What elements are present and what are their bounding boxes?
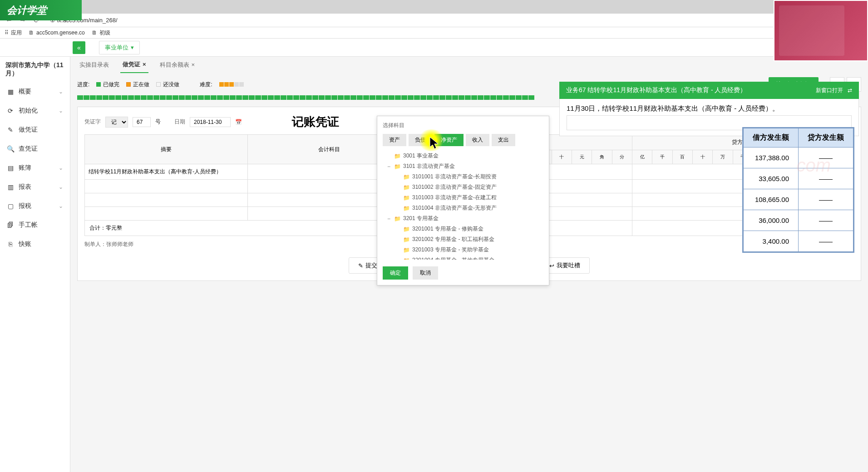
new-window-button[interactable]: 新窗口打开 xyxy=(816,87,843,94)
swap-icon[interactable]: ⇄ xyxy=(848,87,852,93)
chevron-down-icon: ▾ xyxy=(131,44,134,51)
tax-icon: ▢ xyxy=(7,202,14,210)
tab-strip: 实操目录表 做凭证 × 科目余额表 × xyxy=(70,57,868,73)
account-tree[interactable]: 📁3001 事业基金−📁3101 非流动资产基金📁3101001 非流动资产基金… xyxy=(383,151,543,260)
tree-node[interactable]: −📁3101 非流动资产基金 xyxy=(383,161,543,172)
sidebar-item-manual[interactable]: 🗐手工帐 xyxy=(0,216,70,235)
bookmark-item[interactable]: 🗎 acc5com.gensee.co xyxy=(29,30,85,36)
picker-title: 选择科目 xyxy=(383,122,543,129)
tab-catalog[interactable]: 实操目录表 xyxy=(77,57,111,73)
tree-node[interactable]: 📁3101001 非流动资产基金-长期投资 xyxy=(383,172,543,182)
picker-tab-asset[interactable]: 资产 xyxy=(383,134,406,146)
grid-icon: ▦ xyxy=(7,88,14,95)
date-input[interactable] xyxy=(190,117,231,127)
tree-node[interactable]: 📁3201001 专用基金 - 修购基金 xyxy=(383,224,543,234)
chevron-down-icon: ⌄ xyxy=(59,184,63,190)
task-header: 业务67 结转学校11月财政补助基本支出（高中教育 - 人员经费） 新窗口打开 … xyxy=(559,82,859,99)
chevron-down-icon: ⌄ xyxy=(59,108,63,114)
book-icon: ▤ xyxy=(7,164,14,172)
table-row: 3,400.00—— xyxy=(744,231,853,252)
close-icon[interactable]: × xyxy=(192,61,195,68)
browser-tab-bar: × xyxy=(0,0,868,14)
cancel-button[interactable]: 取消 xyxy=(413,266,438,280)
tree-node[interactable]: 📁3201002 专用基金 - 职工福利基金 xyxy=(383,234,543,245)
voucher-num-suffix: 号 xyxy=(155,118,161,126)
app-header: « 事业单位 ▾ 张师师老师 (SVIP会员 xyxy=(0,39,868,57)
pencil-icon: ✎ xyxy=(7,126,14,133)
bookmark-item[interactable]: 🗎 初级 xyxy=(92,29,110,37)
calendar-icon[interactable]: 📅 xyxy=(235,119,242,125)
col-summary: 摘要 xyxy=(85,135,248,164)
sidebar-item-tax[interactable]: ▢报税⌄ xyxy=(0,197,70,216)
sidebar-item-quick[interactable]: ⎘快账 xyxy=(0,235,70,254)
copy-icon: 🗐 xyxy=(7,221,14,229)
report-icon: ▥ xyxy=(7,183,14,191)
chevron-down-icon: ⌄ xyxy=(59,165,63,171)
sidebar-item-query[interactable]: 🔍查凭证 xyxy=(0,139,70,158)
collapse-sidebar-button[interactable]: « xyxy=(73,41,85,54)
difficulty-rating xyxy=(219,82,244,87)
voucher-type-label: 凭证字 xyxy=(84,118,101,126)
sidebar-item-voucher[interactable]: ✎做凭证 xyxy=(0,120,70,139)
picker-tab-liability[interactable]: 负债 xyxy=(409,134,432,146)
tab-balance[interactable]: 科目余额表 × xyxy=(158,57,197,73)
voucher-type-select[interactable]: 记 xyxy=(105,117,128,128)
close-icon[interactable]: × xyxy=(143,61,146,68)
table-row: 36,000.00—— xyxy=(744,210,853,231)
tree-node[interactable]: 📁3201003 专用基金 - 奖助学基金 xyxy=(383,245,543,255)
refresh-icon: ⟳ xyxy=(7,107,14,114)
date-label: 日期 xyxy=(174,118,185,126)
table-row: 108,665.00—— xyxy=(744,189,853,210)
voucher-title: 记账凭证 xyxy=(292,114,339,130)
sidebar-item-overview[interactable]: ▦概要⌄ xyxy=(0,82,70,101)
picker-tab-revenue[interactable]: 收入 xyxy=(466,134,489,146)
chevron-down-icon: ⌄ xyxy=(59,203,63,209)
apps-icon[interactable]: ⠿ 应用 xyxy=(5,29,22,37)
sidebar-item-init[interactable]: ⟳初始化⌄ xyxy=(0,101,70,120)
tree-node[interactable]: 📁3201004 专用基金 - 其他专用基金 xyxy=(383,255,543,260)
voucher-number-input[interactable] xyxy=(133,117,151,127)
brand-logo: 会计学堂 xyxy=(0,0,82,20)
picker-tab-expense[interactable]: 支出 xyxy=(492,134,515,146)
reference-table: com 借方发生额 贷方发生额 137,388.00——33,605.00——1… xyxy=(742,127,854,253)
sidebar-item-report[interactable]: ▥报表⌄ xyxy=(0,177,70,197)
tab-voucher[interactable]: 做凭证 × xyxy=(120,57,148,73)
sidebar: 深圳市第九中学（11月） ▦概要⌄ ⟳初始化⌄ ✎做凭证 🔍查凭证 ▤账簿⌄ ▥… xyxy=(0,57,70,472)
presenter-video xyxy=(774,0,868,61)
ok-button[interactable]: 确定 xyxy=(383,266,408,280)
tree-node[interactable]: −📁3201 专用基金 xyxy=(383,213,543,224)
col-header: 贷方发生额 xyxy=(799,128,853,148)
org-selector[interactable]: 事业单位 ▾ xyxy=(99,41,140,54)
picker-tab-equity[interactable]: 净资产 xyxy=(434,134,464,146)
picker-tabs: 资产 负债 净资产 收入 支出 xyxy=(383,134,543,146)
sidebar-item-ledger[interactable]: ▤账簿⌄ xyxy=(0,158,70,177)
watermark: com xyxy=(796,155,831,176)
browser-nav-bar: ← → ⟳ ① lx.acc5.com/main_268/ ☆ xyxy=(0,14,868,27)
tree-node[interactable]: 📁3101004 非流动资产基金-无形资产 xyxy=(383,203,543,213)
search-icon: 🔍 xyxy=(7,145,14,152)
tree-node[interactable]: 📁3001 事业基金 xyxy=(383,151,543,161)
url-bar[interactable]: ① lx.acc5.com/main_268/ xyxy=(45,15,850,25)
account-picker: 选择科目 资产 负债 净资产 收入 支出 📁3001 事业基金−📁3101 非流… xyxy=(377,116,549,285)
bookmarks-bar: ⠿ 应用 🗎 acc5com.gensee.co 🗎 初级 xyxy=(0,27,868,39)
col-header: 借方发生额 xyxy=(744,128,799,148)
summary-cell[interactable]: 结转学校11月财政补助基本支出（高中教育-人员经费） xyxy=(85,164,248,180)
tree-node[interactable]: 📁3101002 非流动资产基金-固定资产 xyxy=(383,182,543,192)
quick-icon: ⎘ xyxy=(7,241,14,248)
chevron-down-icon: ⌄ xyxy=(59,88,63,95)
sidebar-title: 深圳市第九中学（11月） xyxy=(0,57,70,82)
browser-chrome: × ← → ⟳ ① lx.acc5.com/main_268/ ☆ ⠿ 应用 🗎… xyxy=(0,0,868,39)
tree-node[interactable]: 📁3101003 非流动资产基金-在建工程 xyxy=(383,192,543,203)
